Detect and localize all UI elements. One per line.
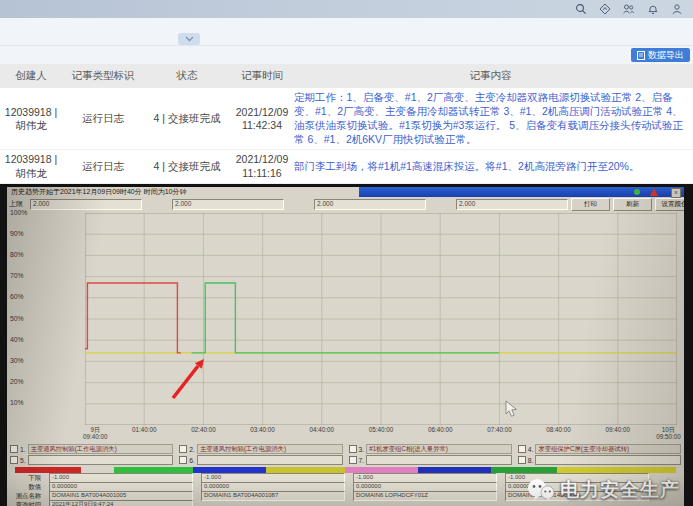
- legend-label: [535, 455, 681, 465]
- green-status-icon: [634, 189, 640, 195]
- topbar-icons: [574, 3, 683, 16]
- legend-checkbox[interactable]: [349, 456, 357, 464]
- cell-time: 2021/12/09 11:11:16: [230, 153, 294, 179]
- data-export-button[interactable]: 数据导出: [631, 48, 690, 62]
- legend-number: 1.: [20, 446, 26, 453]
- col-header-5: 记事内容: [294, 69, 693, 83]
- upper-limit-input[interactable]: 2.000: [30, 199, 142, 210]
- color-bar-segment: [114, 467, 193, 473]
- y-tick-label: 40%: [10, 336, 24, 343]
- cell-status: 4 | 交接班完成: [144, 112, 230, 125]
- y-tick-label: 70%: [10, 272, 24, 279]
- y-tick-label: 20%: [10, 378, 24, 385]
- y-tick-label: 100%: [10, 209, 27, 216]
- legend-number: 2.: [189, 446, 195, 453]
- legend-label: #1机发变组C相(进入量异常): [366, 444, 512, 454]
- trend-window-button[interactable]: 设置颜色: [655, 198, 684, 211]
- trend-plot-area[interactable]: [85, 213, 677, 425]
- legend-checkbox[interactable]: [10, 445, 18, 453]
- search-icon[interactable]: [574, 3, 587, 16]
- legend-checkbox[interactable]: [179, 445, 187, 453]
- legend-item: 7.: [349, 455, 512, 465]
- cell-content: 部门李工到场，将#1机#1高速混床投运。将#1、2机高混旁路门开至20%。: [294, 160, 693, 174]
- legend-number: 6.: [189, 457, 195, 464]
- table-row[interactable]: 12039918 | 胡伟龙运行日志4 | 交接班完成2021/12/09 11…: [0, 150, 693, 183]
- legend-item: 8.: [518, 455, 681, 465]
- legend-checkbox[interactable]: [518, 456, 526, 464]
- upper-limit-input[interactable]: 2.000: [314, 199, 426, 210]
- trend-app-screen: 历史趋势开始于2021年12月09日09时40分 时间为10分钟 x 上限 2.…: [7, 187, 684, 506]
- y-axis-labels: 100%90%80%70%60%50%40%30%20%10%: [10, 213, 80, 425]
- color-bar-segment: [193, 467, 266, 473]
- legend-label: 发变组保护C屏(主变冷却器试转): [535, 444, 681, 454]
- subbar: [0, 18, 693, 46]
- x-tick-label: 08:40:00: [546, 427, 571, 434]
- legend-checkbox[interactable]: [10, 456, 18, 464]
- upper-limit-input[interactable]: 2.000: [172, 199, 284, 210]
- user-icon[interactable]: [670, 3, 683, 16]
- upper-limit-input[interactable]: 2.000: [456, 199, 568, 210]
- cell-status: 4 | 交接班完成: [144, 160, 230, 173]
- col-header-2: 记事类型标识: [62, 69, 144, 83]
- table-row[interactable]: 12039918 | 胡伟龙运行日志4 | 交接班完成2021/12/09 11…: [0, 88, 693, 150]
- cell-creator: 12039918 | 胡伟龙: [0, 106, 62, 132]
- legend-label: 主变通风控制箱(工作电源消失): [28, 444, 174, 454]
- col-header-4: 记事时间: [230, 69, 294, 83]
- y-tick-label: 10%: [10, 399, 24, 406]
- y-tick-label: 90%: [10, 230, 24, 237]
- x-tick-label: 03:40:00: [250, 427, 275, 434]
- trend-chart: 100%90%80%70%60%50%40%30%20%10% 9日 09:40…: [7, 211, 684, 443]
- legend-checkbox[interactable]: [349, 445, 357, 453]
- watermark: 电力安全生产: [527, 477, 680, 503]
- legend-label: 主变通风控制箱(工作电源消失): [197, 444, 343, 454]
- watermark-text: 电力安全生产: [560, 477, 680, 503]
- x-axis-labels: 9日 09:40:0001:40:0002:40:0003:40:0004:40…: [85, 427, 677, 443]
- navigation-icon[interactable]: [598, 3, 611, 16]
- x-tick-label: 10日 09:50:00: [656, 427, 681, 441]
- trend-buttons: 打印刷新设置颜色单位颜色: [571, 198, 684, 211]
- cell-content: 定期工作：1、启备变、#1、2厂高变、主变冷却器双路电源切换试验正常 2、启备变…: [294, 91, 693, 146]
- y-tick-label: 30%: [10, 357, 24, 364]
- color-bar-segment: [345, 467, 418, 473]
- legend-item: 3.#1机发变组C相(进入量异常): [349, 444, 512, 454]
- monitor-photo: 历史趋势开始于2021年12月09日09时40分 时间为10分钟 x 上限 2.…: [0, 184, 693, 506]
- query-time-field[interactable]: 2021年12月9日9:47:24: [49, 500, 193, 506]
- cell-type: 运行日志: [62, 112, 144, 125]
- x-tick-label: 9日 09:40:00: [83, 427, 108, 441]
- value-field-label: 数值: [9, 483, 41, 492]
- legend-label: [366, 455, 512, 465]
- bell-icon[interactable]: [646, 3, 659, 16]
- log-table: 创建人记事类型标识状态记事时间记事内容 12039918 | 胡伟龙运行日志4 …: [0, 64, 693, 184]
- legend-row: 5.6.7.8.: [10, 455, 681, 466]
- window-close-button[interactable]: x: [671, 188, 681, 198]
- trend-window-button[interactable]: 刷新: [613, 198, 652, 211]
- color-bar-segment: [15, 467, 81, 473]
- collapse-chevron-button[interactable]: [178, 33, 200, 45]
- cell-creator: 12039918 | 胡伟龙: [0, 153, 62, 179]
- query-time-label: 查询时间: [9, 501, 41, 506]
- table-header-row: 创建人记事类型标识状态记事时间记事内容: [0, 64, 693, 88]
- color-bar-segment: [491, 467, 557, 473]
- legend-checkbox[interactable]: [518, 445, 526, 453]
- point-name-field[interactable]: DOMAIN1 BAT004A001087: [201, 491, 345, 501]
- trend-window-button[interactable]: 打印: [571, 198, 610, 211]
- x-tick-label: 07:40:00: [487, 427, 512, 434]
- legend-item: 4.发变组保护C屏(主变冷却器试转): [518, 444, 681, 454]
- color-bar-segment: [418, 467, 491, 473]
- lower-limit-input-label: 下限: [9, 474, 41, 483]
- legend-number: 5.: [20, 457, 26, 464]
- legend-label: [197, 455, 343, 465]
- color-bar-segment: [81, 467, 114, 473]
- color-bar-segment: [266, 467, 345, 473]
- col-header-3: 状态: [144, 69, 230, 83]
- export-icon: [637, 51, 645, 60]
- y-tick-label: 80%: [10, 251, 24, 258]
- export-label: 数据导出: [648, 49, 684, 62]
- legend-checkbox[interactable]: [179, 456, 187, 464]
- wechat-logo-icon: [527, 478, 555, 502]
- point-name-field[interactable]: DOMAIN6 LOPHDCFY01Z: [353, 491, 497, 501]
- users-icon[interactable]: [622, 3, 635, 16]
- trend-window-titlebar: 历史趋势开始于2021年12月09日09时40分 时间为10分钟 x: [7, 187, 684, 197]
- app-root: 数据导出 创建人记事类型标识状态记事时间记事内容 12039918 | 胡伟龙运…: [0, 0, 693, 506]
- y-tick-label: 50%: [10, 315, 24, 322]
